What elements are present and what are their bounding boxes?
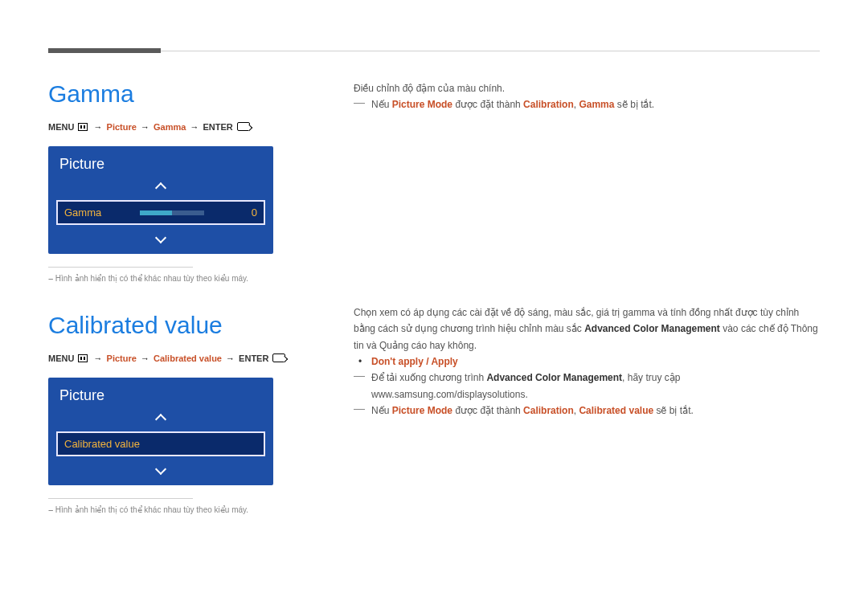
header-divider xyxy=(161,51,820,51)
cal-osd-panel: Picture Calibrated value xyxy=(48,378,273,485)
nav-picture: Picture xyxy=(107,122,137,132)
gamma-desc-line2: Nếu Picture Mode được đặt thành Calibrat… xyxy=(354,96,820,112)
nav-menu-label: MENU xyxy=(48,122,74,132)
divider xyxy=(48,498,193,499)
nav-calval: Calibrated value xyxy=(154,353,222,363)
chevron-down-icon[interactable] xyxy=(155,464,166,475)
cal-desc-p3: Nếu Picture Mode được đặt thành Calibrat… xyxy=(354,403,820,419)
nav-gamma: Gamma xyxy=(154,122,186,132)
nav-enter-label: ENTER xyxy=(203,122,232,132)
section-title-calibrated: Calibrated value xyxy=(48,312,330,339)
gamma-selected-row[interactable]: Gamma 0 xyxy=(56,200,265,225)
menu-icon xyxy=(78,354,88,362)
nav-enter-label: ENTER xyxy=(239,353,268,363)
enter-icon xyxy=(272,353,285,362)
cal-note: Hình ảnh hiển thị có thể khác nhau tùy t… xyxy=(48,505,330,514)
menu-icon xyxy=(78,123,88,131)
header-accent-bar xyxy=(48,48,161,53)
gamma-slider[interactable] xyxy=(140,210,204,215)
chevron-down-icon[interactable] xyxy=(155,232,166,243)
gamma-row-value: 0 xyxy=(243,206,257,219)
cal-desc-p2: Để tải xuống chương trình Advanced Color… xyxy=(354,370,820,403)
chevron-up-icon[interactable] xyxy=(155,414,166,425)
cal-selected-row[interactable]: Calibrated value xyxy=(56,431,265,456)
cal-option-line: Don't apply / Apply xyxy=(354,353,820,370)
gamma-nav-path: MENU → Picture → Gamma → ENTER xyxy=(48,122,330,132)
cal-nav-path: MENU → Picture → Calibrated value → ENTE… xyxy=(48,353,330,363)
gamma-note: Hình ảnh hiển thị có thể khác nhau tùy t… xyxy=(48,274,330,283)
section-title-gamma: Gamma xyxy=(48,80,330,108)
cal-row-label: Calibrated value xyxy=(64,438,140,450)
chevron-up-icon[interactable] xyxy=(155,182,166,194)
gamma-row-label: Gamma xyxy=(64,206,101,219)
nav-picture: Picture xyxy=(107,353,137,363)
panel-header: Picture xyxy=(48,146,273,181)
enter-icon xyxy=(237,122,250,131)
gamma-desc-line1: Điều chỉnh độ đậm của màu chính. xyxy=(354,80,820,96)
cal-description: Chọn xem có áp dụng các cài đặt về độ sá… xyxy=(354,304,820,419)
gamma-osd-panel: Picture Gamma 0 xyxy=(48,146,273,254)
divider xyxy=(48,267,193,268)
panel-header: Picture xyxy=(48,378,273,412)
gamma-description: Điều chỉnh độ đậm của màu chính. Nếu Pic… xyxy=(354,80,820,113)
nav-menu-label: MENU xyxy=(48,353,74,363)
cal-desc-p1: Chọn xem có áp dụng các cài đặt về độ sá… xyxy=(354,304,820,353)
